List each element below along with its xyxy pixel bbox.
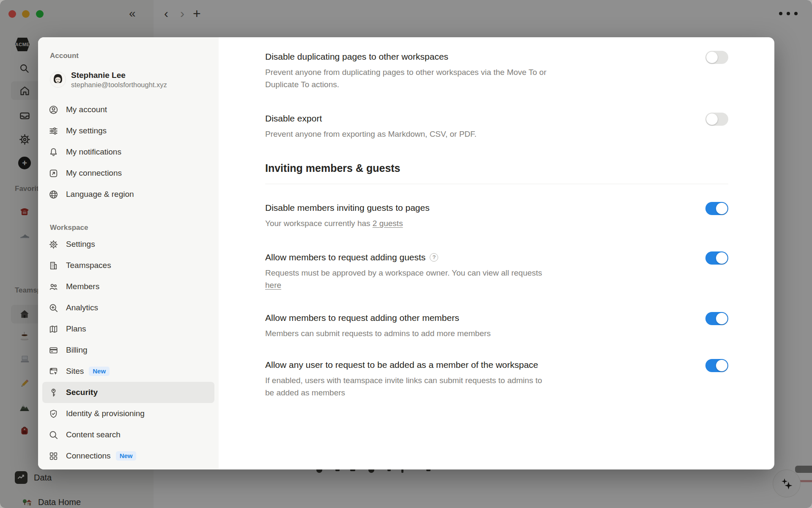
toggle-knob — [706, 52, 718, 63]
help-icon[interactable]: ? — [430, 253, 438, 262]
sidebar-item-sites[interactable]: Sites New — [42, 361, 214, 382]
globe-icon — [48, 189, 58, 199]
sidebar-item-teamspaces[interactable]: Teamspaces — [42, 255, 214, 276]
security-settings-panel: Disable duplicating pages to other works… — [219, 37, 774, 469]
setting-request-guests: Allow members to request adding guests? … — [265, 251, 728, 291]
building-icon — [48, 260, 58, 271]
toggle-disable-export[interactable] — [705, 113, 728, 126]
map-icon — [48, 324, 58, 334]
toggle-knob — [716, 252, 727, 264]
grid-icon — [48, 451, 58, 461]
shield-check-icon — [48, 409, 58, 419]
browser-cursor-icon — [48, 366, 58, 376]
setting-title: Allow members to request adding other me… — [265, 312, 491, 324]
setting-title: Allow any user to request to be added as… — [265, 359, 542, 371]
setting-description: If enabled, users with teamspace invite … — [265, 374, 542, 399]
new-badge: New — [116, 451, 137, 461]
account-items: My account My settings My notifications … — [38, 99, 219, 205]
sidebar-item-my-settings[interactable]: My settings — [42, 120, 214, 141]
credit-card-icon — [48, 345, 58, 355]
settings-modal: Account Stephanie Lee stephanie@toolsfor… — [38, 37, 774, 469]
magnifier-plus-icon — [48, 303, 58, 313]
setting-title: Disable duplicating pages to other works… — [265, 51, 546, 63]
setting-description: Prevent anyone from exporting as Markdow… — [265, 128, 477, 140]
sidebar-item-members[interactable]: Members — [42, 276, 214, 297]
setting-request-members: Allow members to request adding other me… — [265, 312, 728, 340]
key-icon — [48, 387, 58, 398]
requests-here-link[interactable]: here — [265, 281, 281, 290]
setting-title: Allow members to request adding guests? — [265, 251, 542, 263]
person-circle-icon — [48, 105, 58, 115]
setting-any-user-request: Allow any user to request to be added as… — [265, 359, 728, 399]
arrow-up-right-box-icon — [48, 168, 58, 178]
user-name: Stephanie Lee — [71, 70, 167, 80]
setting-description: Requests must be approved by a workspace… — [265, 267, 542, 291]
magnifier-icon — [48, 430, 58, 440]
setting-disable-guest-invites: Disable members inviting guests to pages… — [265, 202, 728, 229]
sidebar-item-content-search[interactable]: Content search — [42, 424, 214, 445]
toggle-knob — [706, 113, 718, 125]
guests-count-link[interactable]: 2 guests — [373, 219, 403, 228]
section-heading-inviting: Inviting members & guests — [265, 161, 728, 175]
setting-description: Members can submit requests to admins to… — [265, 327, 491, 340]
user-email: stephanie@toolsforthought.xyz — [71, 80, 167, 89]
new-badge: New — [89, 367, 110, 376]
sidebar-item-my-connections[interactable]: My connections — [42, 163, 214, 184]
toggle-knob — [716, 313, 727, 324]
bell-icon — [48, 147, 58, 157]
account-user-row[interactable]: Stephanie Lee stephanie@toolsforthought.… — [38, 68, 219, 91]
setting-description: Your workspace currently has 2 guests — [265, 217, 430, 229]
sidebar-item-my-notifications[interactable]: My notifications — [42, 141, 214, 163]
toggle-request-members[interactable] — [705, 312, 728, 325]
sidebar-item-connections[interactable]: Connections New — [42, 445, 214, 467]
toggle-knob — [716, 203, 727, 214]
toggle-disable-duplicating[interactable] — [705, 51, 728, 64]
workspace-section-header: Workspace — [38, 222, 219, 234]
toggle-request-guests[interactable] — [705, 251, 728, 265]
sidebar-item-my-account[interactable]: My account — [42, 99, 214, 120]
sidebar-item-identity-provisioning[interactable]: Identity & provisioning — [42, 403, 214, 424]
gear-icon — [48, 239, 58, 249]
setting-title: Disable members inviting guests to pages — [265, 202, 430, 214]
sidebar-item-analytics[interactable]: Analytics — [42, 297, 214, 318]
setting-disable-export: Disable export Prevent anyone from expor… — [265, 113, 728, 140]
sidebar-item-security[interactable]: Security — [42, 382, 214, 403]
setting-description: Prevent anyone from duplicating pages to… — [265, 66, 546, 91]
toggle-knob — [716, 360, 727, 371]
avatar — [50, 72, 66, 88]
setting-disable-duplicating: Disable duplicating pages to other works… — [265, 51, 728, 91]
sidebar-item-language-region[interactable]: Language & region — [42, 184, 214, 205]
settings-sidebar: Account Stephanie Lee stephanie@toolsfor… — [38, 37, 219, 469]
setting-title: Disable export — [265, 113, 477, 124]
section-divider — [265, 184, 728, 184]
screen: ACME + Favorites — [0, 0, 812, 508]
sidebar-item-plans[interactable]: Plans — [42, 318, 214, 340]
sidebar-item-settings[interactable]: Settings — [42, 234, 214, 255]
people-icon — [48, 282, 58, 292]
account-section-header: Account — [38, 50, 219, 62]
sidebar-item-billing[interactable]: Billing — [42, 340, 214, 361]
sliders-icon — [48, 126, 58, 136]
app-window: ACME + Favorites — [0, 0, 812, 508]
workspace-items: Settings Teamspaces Members Analytics Pl… — [38, 234, 219, 467]
toggle-disable-guest-invites[interactable] — [705, 202, 728, 215]
toggle-any-user-request[interactable] — [705, 359, 728, 372]
